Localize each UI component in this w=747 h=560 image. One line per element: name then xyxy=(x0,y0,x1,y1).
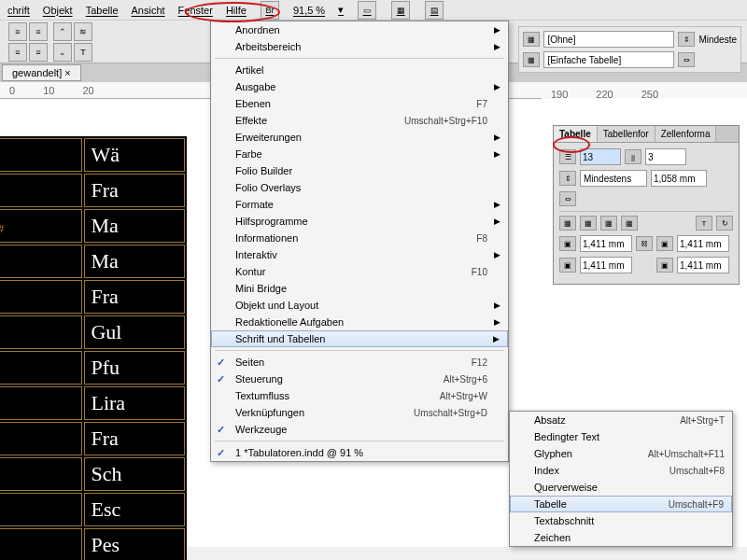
menu-hilfe[interactable]: Hilfe xyxy=(226,5,247,16)
valign-mid-icon[interactable]: ≋ xyxy=(74,22,92,41)
inset-bottom-input[interactable] xyxy=(677,257,729,273)
view-options-icon[interactable]: ▤ xyxy=(425,1,444,20)
table-cell[interactable]: Sch xyxy=(84,457,185,491)
text-dir-icon[interactable]: T xyxy=(74,43,92,62)
inset-top-icon[interactable]: ▣ xyxy=(559,258,576,273)
table-cell[interactable] xyxy=(0,138,82,172)
menu-item-folio-builder[interactable]: Folio Builder xyxy=(211,162,508,179)
cell-align4-icon[interactable]: ▦ xyxy=(621,216,638,231)
valign-bot-icon[interactable]: ⌄ xyxy=(53,43,72,62)
inset-left-icon[interactable]: ▣ xyxy=(559,236,576,251)
menu-item-informationen[interactable]: InformationenF8 xyxy=(211,230,508,246)
menu-item-werkzeuge[interactable]: ✓Werkzeuge xyxy=(211,421,508,438)
menu-item-ebenen[interactable]: EbenenF7 xyxy=(211,95,508,112)
valign-top-icon[interactable]: ⌃ xyxy=(53,22,72,41)
height-mode-select[interactable]: Mindestens xyxy=(580,170,647,187)
tabelle-panel[interactable]: Tabelle Tabellenfor Zellenforma ☰ || ⇕ M… xyxy=(553,125,740,285)
menu-item-textumfluss[interactable]: TextumflussAlt+Strg+W xyxy=(211,387,508,404)
cell-align-icon[interactable]: ▦ xyxy=(559,216,576,231)
table-cell[interactable]: # xyxy=(0,315,82,349)
menu-item-ausgabe[interactable]: Ausgabe▶ xyxy=(211,78,508,95)
document-table[interactable]: Wän#Frahland#Mad#Maeich#Fra#GulPfuLirabu… xyxy=(0,136,187,560)
panel-tab-tabellenformate[interactable]: Tabellenfor xyxy=(598,126,655,142)
menu-item-interaktiv[interactable]: Interaktiv▶ xyxy=(211,246,508,263)
table-style-icon[interactable]: ▦ xyxy=(523,52,540,67)
inset-right-input[interactable] xyxy=(677,235,729,252)
align-center-icon[interactable]: ≡ xyxy=(29,22,48,41)
submenu-item-querverweise[interactable]: Querverweise xyxy=(510,479,732,496)
menu-item-objekt-und-layout[interactable]: Objekt und Layout▶ xyxy=(211,297,508,314)
doc-tab[interactable]: gewandelt] × xyxy=(2,64,81,81)
table-cell[interactable]: Fra xyxy=(84,422,185,455)
menu-item-formate[interactable]: Formate▶ xyxy=(211,196,508,213)
bridge-icon[interactable]: Br xyxy=(261,1,279,20)
menu-item-anordnen[interactable]: Anordnen▶ xyxy=(211,21,508,38)
menu-item-artikel[interactable]: Artikel xyxy=(211,62,508,78)
align-justify-icon[interactable]: ≡ xyxy=(29,43,48,62)
table-cell[interactable]: eich# xyxy=(0,280,82,314)
panel-tab-zellenformate[interactable]: Zellenforma xyxy=(655,126,717,142)
table-cell[interactable] xyxy=(0,351,82,385)
table-cell[interactable]: burg# xyxy=(0,422,82,455)
submenu-item-tabelle[interactable]: TabelleUmschalt+F9 xyxy=(510,496,732,512)
text-rotate2-icon[interactable]: ↻ xyxy=(716,216,733,231)
menu-item-verkn-pfungen[interactable]: VerknüpfungenUmschalt+Strg+D xyxy=(211,404,508,421)
menu-fenster[interactable]: Fenster xyxy=(178,5,213,16)
menu-objekt[interactable]: Objekt xyxy=(43,5,73,16)
table-cell[interactable]: Ma xyxy=(84,245,185,278)
cell-align2-icon[interactable]: ▦ xyxy=(580,216,597,231)
table-cell[interactable]: Gul xyxy=(84,315,185,349)
arrange-icon[interactable]: ▦ xyxy=(391,1,410,20)
menu-item-hilfsprogramme[interactable]: Hilfsprogramme▶ xyxy=(211,213,508,230)
submenu-item-index[interactable]: IndexUmschalt+F8 xyxy=(510,462,732,479)
screen-mode-icon[interactable]: ▭ xyxy=(358,1,376,20)
table-style-select[interactable]: [Einfache Tabelle] xyxy=(543,51,674,68)
chevron-down-icon[interactable]: ▾ xyxy=(338,4,344,16)
table-cell[interactable]: Wä xyxy=(84,138,185,172)
table-cell[interactable]: Pfu xyxy=(84,351,185,385)
table-cell[interactable]: eich# xyxy=(0,457,82,491)
table-cell[interactable] xyxy=(0,386,82,420)
menu-item-seiten[interactable]: ✓SeitenF12 xyxy=(211,354,508,371)
fenster-menu[interactable]: Anordnen▶Arbeitsbereich▶ArtikelAusgabe▶E… xyxy=(210,21,509,462)
cols-icon[interactable]: || xyxy=(625,149,641,164)
menu-item-schrift-und-tabellen[interactable]: Schrift und Tabellen▶ xyxy=(211,330,508,347)
menu-item-redaktionelle-aufgaben[interactable]: Redaktionelle Aufgaben▶ xyxy=(211,314,508,330)
text-rotate-icon[interactable]: T xyxy=(696,216,712,231)
submenu-item-textabschnitt[interactable]: Textabschnitt xyxy=(510,512,732,529)
menu-item-kontur[interactable]: KonturF10 xyxy=(211,263,508,280)
menu-item-erweiterungen[interactable]: Erweiterungen▶ xyxy=(211,129,508,146)
rows-icon[interactable]: ☰ xyxy=(559,149,576,164)
link-icon[interactable]: ⛓ xyxy=(636,236,653,251)
menu-schrift[interactable]: chrift xyxy=(7,5,30,16)
height-input[interactable] xyxy=(651,170,707,187)
submenu-item-bedingter-text[interactable]: Bedingter Text xyxy=(510,428,732,445)
cols-input[interactable] xyxy=(645,148,686,165)
table-cell[interactable]: d# xyxy=(0,245,82,278)
submenu-item-zeichen[interactable]: Zeichen xyxy=(510,529,732,546)
inset-top-input[interactable] xyxy=(580,257,632,273)
cell-style-select[interactable]: [Ohne] xyxy=(543,31,674,48)
submenu-item-absatz[interactable]: AbsatzAlt+Strg+T xyxy=(510,412,732,428)
menubar[interactable]: chrift Objekt Tabelle Ansicht Fenster Hi… xyxy=(0,0,747,21)
menu-item-arbeitsbereich[interactable]: Arbeitsbereich▶ xyxy=(211,38,508,55)
menu-item-folio-overlays[interactable]: Folio Overlays xyxy=(211,179,508,196)
menu-item-mini-bridge[interactable]: Mini Bridge xyxy=(211,280,508,297)
col-width-icon[interactable]: ⇔ xyxy=(559,191,576,206)
inset-left-input[interactable] xyxy=(580,235,632,252)
table-cell[interactable]: Fra xyxy=(84,174,185,207)
menu-tabelle[interactable]: Tabelle xyxy=(86,5,119,16)
menu-ansicht[interactable]: Ansicht xyxy=(132,5,165,16)
inset-bottom-icon[interactable]: ▣ xyxy=(656,258,673,273)
align-right-icon[interactable]: ≡ xyxy=(8,43,27,62)
table-cell[interactable]: Lira xyxy=(84,386,185,420)
row-height-icon[interactable]: ⇕ xyxy=(559,171,576,186)
cell-align3-icon[interactable]: ▦ xyxy=(600,216,617,231)
table-cell[interactable]: # xyxy=(0,528,82,560)
zoom-level[interactable]: 91,5 % xyxy=(293,5,325,16)
table-cell[interactable]: Pes xyxy=(84,528,185,560)
inset-right-icon[interactable]: ▣ xyxy=(656,236,673,251)
panel-tab-tabelle[interactable]: Tabelle xyxy=(554,126,598,142)
menu-item-steuerung[interactable]: ✓SteuerungAlt+Strg+6 xyxy=(211,371,508,387)
rows-input[interactable] xyxy=(580,148,621,165)
